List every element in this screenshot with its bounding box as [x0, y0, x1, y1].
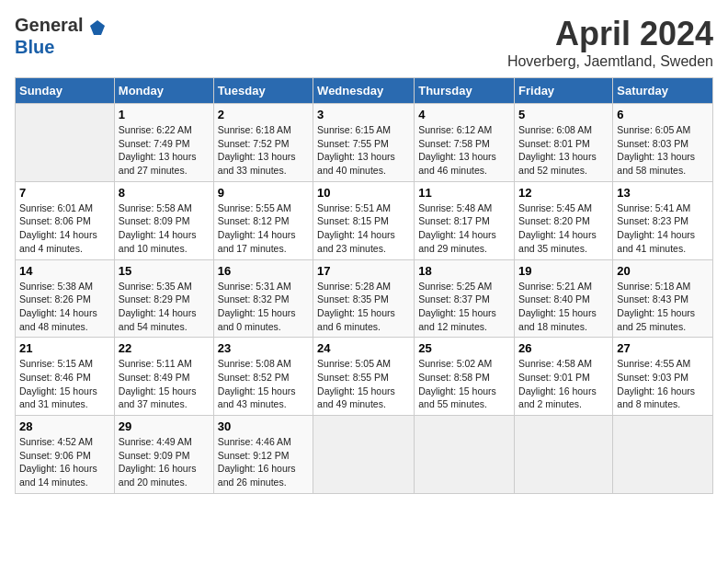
day-info: Sunrise: 5:31 AM Sunset: 8:32 PM Dayligh…	[218, 280, 309, 334]
day-info: Sunrise: 6:08 AM Sunset: 8:01 PM Dayligh…	[518, 123, 609, 178]
weekday-header-friday: Friday	[515, 78, 613, 104]
day-cell: 30Sunrise: 4:46 AM Sunset: 9:12 PM Dayli…	[213, 416, 313, 494]
day-number: 8	[119, 186, 210, 200]
weekday-header-row: SundayMondayTuesdayWednesdayThursdayFrid…	[16, 78, 713, 104]
day-cell: 15Sunrise: 5:35 AM Sunset: 8:29 PM Dayli…	[114, 259, 213, 338]
day-cell: 13Sunrise: 5:41 AM Sunset: 8:23 PM Dayli…	[613, 181, 713, 259]
logo-blue: Blue	[15, 37, 54, 57]
day-info: Sunrise: 5:58 AM Sunset: 8:09 PM Dayligh…	[119, 201, 210, 256]
logo-bird-icon	[88, 18, 107, 37]
day-info: Sunrise: 6:18 AM Sunset: 7:52 PM Dayligh…	[218, 123, 309, 178]
day-info: Sunrise: 5:15 AM Sunset: 8:46 PM Dayligh…	[19, 357, 110, 411]
weekday-header-monday: Monday	[114, 78, 213, 104]
day-info: Sunrise: 4:52 AM Sunset: 9:06 PM Dayligh…	[19, 435, 110, 489]
day-cell: 11Sunrise: 5:48 AM Sunset: 8:17 PM Dayli…	[415, 181, 515, 259]
day-cell	[16, 104, 115, 182]
day-info: Sunrise: 4:55 AM Sunset: 9:03 PM Dayligh…	[617, 357, 709, 411]
day-info: Sunrise: 5:08 AM Sunset: 8:52 PM Dayligh…	[218, 357, 309, 411]
day-number: 3	[317, 108, 410, 121]
day-number: 14	[19, 264, 110, 278]
week-row-1: 1Sunrise: 6:22 AM Sunset: 7:49 PM Daylig…	[16, 104, 713, 182]
logo: General Blue	[15, 15, 108, 58]
day-info: Sunrise: 6:05 AM Sunset: 8:03 PM Dayligh…	[617, 123, 709, 178]
day-number: 27	[617, 341, 709, 355]
day-cell: 22Sunrise: 5:11 AM Sunset: 8:49 PM Dayli…	[114, 338, 213, 416]
day-number: 10	[317, 186, 410, 200]
day-number: 2	[218, 108, 309, 121]
day-cell: 10Sunrise: 5:51 AM Sunset: 8:15 PM Dayli…	[313, 181, 415, 259]
day-cell: 24Sunrise: 5:05 AM Sunset: 8:55 PM Dayli…	[313, 338, 415, 416]
title-section: April 2024 Hoverberg, Jaemtland, Sweden	[507, 15, 713, 70]
day-cell: 1Sunrise: 6:22 AM Sunset: 7:49 PM Daylig…	[114, 104, 213, 182]
day-number: 18	[418, 264, 510, 278]
day-cell: 18Sunrise: 5:25 AM Sunset: 8:37 PM Dayli…	[415, 259, 515, 338]
day-number: 12	[518, 186, 609, 200]
day-number: 1	[119, 108, 210, 121]
day-cell	[515, 416, 613, 494]
day-cell: 25Sunrise: 5:02 AM Sunset: 8:58 PM Dayli…	[415, 338, 515, 416]
day-info: Sunrise: 6:12 AM Sunset: 7:58 PM Dayligh…	[418, 123, 510, 178]
day-number: 28	[19, 419, 110, 433]
day-info: Sunrise: 5:45 AM Sunset: 8:20 PM Dayligh…	[518, 201, 609, 256]
day-cell	[613, 416, 713, 494]
day-cell: 2Sunrise: 6:18 AM Sunset: 7:52 PM Daylig…	[213, 104, 313, 182]
calendar-table: SundayMondayTuesdayWednesdayThursdayFrid…	[15, 77, 713, 494]
day-number: 5	[518, 108, 609, 121]
day-cell: 19Sunrise: 5:21 AM Sunset: 8:40 PM Dayli…	[515, 259, 613, 338]
day-cell: 7Sunrise: 6:01 AM Sunset: 8:06 PM Daylig…	[16, 181, 115, 259]
day-info: Sunrise: 5:18 AM Sunset: 8:43 PM Dayligh…	[617, 280, 709, 334]
day-cell: 6Sunrise: 6:05 AM Sunset: 8:03 PM Daylig…	[613, 104, 713, 182]
day-info: Sunrise: 5:51 AM Sunset: 8:15 PM Dayligh…	[317, 201, 410, 256]
day-number: 22	[119, 341, 210, 355]
svg-marker-0	[90, 20, 105, 35]
day-number: 23	[218, 341, 309, 355]
day-number: 4	[418, 108, 510, 121]
day-cell: 4Sunrise: 6:12 AM Sunset: 7:58 PM Daylig…	[415, 104, 515, 182]
day-cell	[313, 416, 415, 494]
day-number: 19	[518, 264, 609, 278]
day-number: 21	[19, 341, 110, 355]
weekday-header-sunday: Sunday	[16, 78, 115, 104]
weekday-header-wednesday: Wednesday	[313, 78, 415, 104]
week-row-5: 28Sunrise: 4:52 AM Sunset: 9:06 PM Dayli…	[16, 416, 713, 494]
day-info: Sunrise: 5:48 AM Sunset: 8:17 PM Dayligh…	[418, 201, 510, 256]
day-number: 30	[218, 419, 309, 433]
day-cell: 21Sunrise: 5:15 AM Sunset: 8:46 PM Dayli…	[16, 338, 115, 416]
location-title: Hoverberg, Jaemtland, Sweden	[507, 53, 713, 70]
day-info: Sunrise: 6:22 AM Sunset: 7:49 PM Dayligh…	[119, 123, 210, 178]
day-cell: 20Sunrise: 5:18 AM Sunset: 8:43 PM Dayli…	[613, 259, 713, 338]
day-info: Sunrise: 5:35 AM Sunset: 8:29 PM Dayligh…	[119, 280, 210, 334]
day-number: 17	[317, 264, 410, 278]
day-cell: 14Sunrise: 5:38 AM Sunset: 8:26 PM Dayli…	[16, 259, 115, 338]
day-number: 16	[218, 264, 309, 278]
week-row-2: 7Sunrise: 6:01 AM Sunset: 8:06 PM Daylig…	[16, 181, 713, 259]
weekday-header-tuesday: Tuesday	[213, 78, 313, 104]
day-info: Sunrise: 4:49 AM Sunset: 9:09 PM Dayligh…	[119, 435, 210, 489]
day-number: 29	[119, 419, 210, 433]
day-number: 15	[119, 264, 210, 278]
day-cell: 29Sunrise: 4:49 AM Sunset: 9:09 PM Dayli…	[114, 416, 213, 494]
day-cell: 3Sunrise: 6:15 AM Sunset: 7:55 PM Daylig…	[313, 104, 415, 182]
day-info: Sunrise: 5:38 AM Sunset: 8:26 PM Dayligh…	[19, 280, 110, 334]
month-title: April 2024	[507, 15, 713, 53]
day-cell: 16Sunrise: 5:31 AM Sunset: 8:32 PM Dayli…	[213, 259, 313, 338]
day-info: Sunrise: 5:28 AM Sunset: 8:35 PM Dayligh…	[317, 280, 410, 334]
day-cell: 27Sunrise: 4:55 AM Sunset: 9:03 PM Dayli…	[613, 338, 713, 416]
logo-row2: Blue	[15, 37, 54, 58]
header: General Blue April 2024 Hoverberg, Jaemt…	[15, 15, 713, 70]
day-info: Sunrise: 6:01 AM Sunset: 8:06 PM Dayligh…	[19, 201, 110, 256]
day-cell: 28Sunrise: 4:52 AM Sunset: 9:06 PM Dayli…	[16, 416, 115, 494]
day-cell: 26Sunrise: 4:58 AM Sunset: 9:01 PM Dayli…	[515, 338, 613, 416]
day-info: Sunrise: 4:46 AM Sunset: 9:12 PM Dayligh…	[218, 435, 309, 489]
weekday-header-thursday: Thursday	[415, 78, 515, 104]
day-cell: 5Sunrise: 6:08 AM Sunset: 8:01 PM Daylig…	[515, 104, 613, 182]
day-info: Sunrise: 6:15 AM Sunset: 7:55 PM Dayligh…	[317, 123, 410, 178]
day-info: Sunrise: 5:41 AM Sunset: 8:23 PM Dayligh…	[617, 201, 709, 256]
day-cell: 23Sunrise: 5:08 AM Sunset: 8:52 PM Dayli…	[213, 338, 313, 416]
day-info: Sunrise: 5:55 AM Sunset: 8:12 PM Dayligh…	[218, 201, 309, 256]
logo-row1: General	[15, 15, 108, 37]
day-number: 20	[617, 264, 709, 278]
day-info: Sunrise: 5:02 AM Sunset: 8:58 PM Dayligh…	[418, 357, 510, 411]
logo-general: General	[15, 15, 83, 35]
day-info: Sunrise: 5:05 AM Sunset: 8:55 PM Dayligh…	[317, 357, 410, 411]
